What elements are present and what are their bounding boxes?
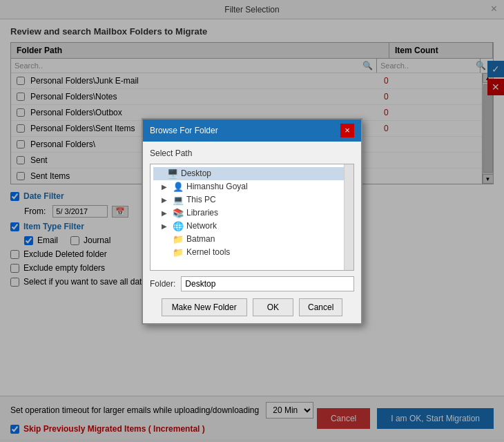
- browse-ok-button[interactable]: OK: [253, 298, 293, 316]
- tree-item-thispc[interactable]: ▶ 💻 This PC: [153, 193, 351, 206]
- folder-icon-thispc: 💻: [173, 195, 184, 205]
- browse-title: Browse For Folder: [150, 126, 218, 135]
- folder-path-input[interactable]: [181, 276, 354, 291]
- browse-tree: 🖥️ Desktop ▶ 👤 Himanshu Goyal ▶ 💻 This P…: [150, 164, 354, 271]
- tree-item-kerneltools[interactable]: 📁 Kernel tools: [153, 246, 351, 259]
- folder-icon-libraries: 📚: [173, 208, 184, 218]
- tree-label-network: Network: [186, 221, 217, 231]
- modal-overlay: Browse For Folder × Select Path 🖥️ Deskt…: [0, 0, 504, 442]
- tree-label-desktop: Desktop: [181, 169, 211, 178]
- folder-icon-network: 🌐: [173, 221, 184, 231]
- tree-label-thispc: This PC: [186, 195, 216, 204]
- tree-item-network[interactable]: ▶ 🌐 Network: [153, 220, 351, 233]
- folder-icon-batman: 📁: [173, 234, 184, 244]
- arrow-icon: ▶: [162, 183, 170, 191]
- tree-item-libraries[interactable]: ▶ 📚 Libraries: [153, 206, 351, 220]
- make-new-folder-button[interactable]: Make New Folder: [162, 298, 247, 316]
- browse-close-button[interactable]: ×: [340, 124, 354, 137]
- tree-label-kerneltools: Kernel tools: [186, 247, 230, 257]
- arrow-icon: ▶: [162, 222, 170, 230]
- tree-item-desktop[interactable]: 🖥️ Desktop: [153, 167, 351, 180]
- tree-label-libraries: Libraries: [186, 208, 218, 218]
- folder-icon-desktop: 🖥️: [167, 169, 178, 179]
- folder-label: Folder:: [150, 279, 175, 289]
- arrow-icon: ▶: [162, 196, 170, 204]
- browse-dialog: Browse For Folder × Select Path 🖥️ Deskt…: [142, 118, 362, 325]
- tree-label-batman: Batman: [186, 234, 215, 244]
- folder-input-row: Folder:: [150, 276, 354, 291]
- tree-label-himanshu: Himanshu Goyal: [186, 182, 248, 191]
- browse-content: Select Path 🖥️ Desktop ▶ 👤 Himanshu Goya…: [143, 142, 361, 323]
- folder-icon-kerneltools: 📁: [173, 247, 184, 258]
- browse-title-bar: Browse For Folder ×: [143, 119, 361, 142]
- tree-item-batman[interactable]: 📁 Batman: [153, 233, 351, 246]
- arrow-icon: ▶: [162, 209, 170, 217]
- folder-icon-himanshu: 👤: [173, 182, 184, 192]
- browse-subtitle: Select Path: [150, 148, 354, 158]
- tree-item-himanshu[interactable]: ▶ 👤 Himanshu Goyal: [153, 180, 351, 193]
- tree-scrollbar[interactable]: [344, 164, 353, 270]
- browse-cancel-button[interactable]: Cancel: [299, 298, 342, 316]
- browse-buttons: Make New Folder OK Cancel: [150, 298, 354, 316]
